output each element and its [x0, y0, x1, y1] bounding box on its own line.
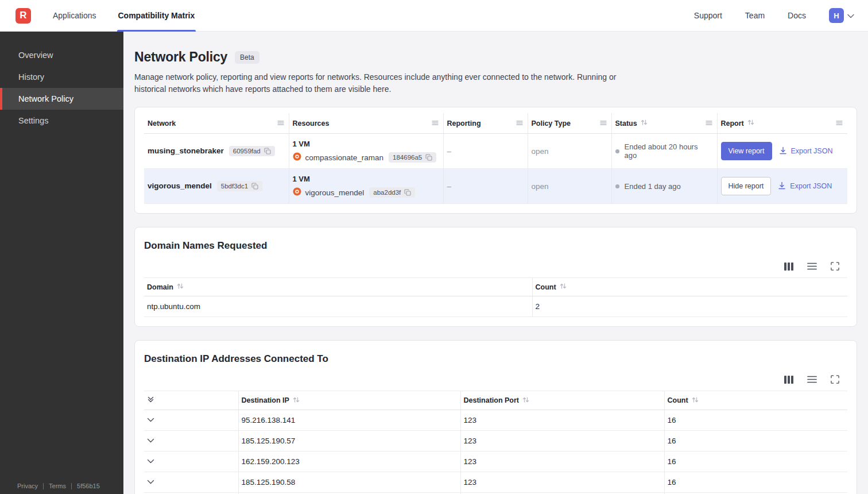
nav-applications[interactable]: Applications — [53, 0, 96, 32]
divider — [71, 483, 72, 489]
column-header-count[interactable]: Count — [664, 391, 847, 410]
user-menu[interactable]: H — [829, 8, 854, 23]
destinations-table: Destination IP Destination Port Count 95… — [144, 391, 847, 494]
count-cell: 16 — [664, 472, 847, 493]
beta-badge: Beta — [235, 51, 259, 64]
column-header-network[interactable]: Network — [144, 113, 289, 134]
destination-ip-cell: 162.159.200.123 — [238, 451, 460, 472]
domains-table: Domain Count ntp.ubuntu.com 2 — [144, 277, 847, 317]
destination-port-cell: 123 — [460, 451, 664, 472]
resource-count: 1 VM — [293, 140, 439, 148]
column-header-destination-port[interactable]: Destination Port — [460, 391, 664, 410]
nav-docs[interactable]: Docs — [788, 11, 806, 20]
double-chevron-down-icon[interactable] — [147, 396, 154, 403]
destination-ip-cell: 95.216.138.141 — [238, 410, 460, 431]
nav-compatibility-matrix[interactable]: Compatibility Matrix — [118, 0, 195, 32]
expand-all-header[interactable] — [144, 391, 238, 410]
sidebar-item-history[interactable]: History — [0, 66, 123, 88]
terms-link[interactable]: Terms — [49, 483, 66, 489]
container-icon — [293, 187, 301, 198]
destination-ip-cell: 185.125.190.57 — [238, 431, 460, 451]
column-header-policy-type[interactable]: Policy Type — [528, 113, 611, 134]
column-header-reporting[interactable]: Reporting — [443, 113, 528, 134]
destination-row: 162.159.200.123 123 16 — [144, 451, 847, 472]
view-report-button[interactable]: View report — [721, 142, 772, 160]
expand-icon[interactable] — [831, 262, 839, 271]
row-expander-chevron-icon[interactable] — [147, 480, 154, 485]
menu-icon[interactable] — [836, 119, 843, 128]
nav-team[interactable]: Team — [745, 11, 765, 20]
report-cell: View report Export JSON — [717, 134, 847, 169]
divider — [43, 483, 44, 489]
column-header-count[interactable]: Count — [532, 278, 847, 296]
chevron-down-icon — [847, 10, 854, 21]
row-expander-chevron-icon[interactable] — [147, 418, 154, 423]
network-row: musing_stonebraker60959fad 1 VM compassi… — [144, 134, 847, 169]
destination-port-cell: 123 — [460, 410, 664, 431]
page-title: Network Policy — [134, 49, 227, 65]
avatar[interactable]: H — [829, 8, 844, 23]
sort-arrows-icon[interactable] — [641, 119, 648, 128]
network-id-badge: 60959fad — [229, 146, 275, 156]
sidebar-item-overview[interactable]: Overview — [0, 44, 123, 66]
app-logo[interactable]: R — [16, 8, 31, 24]
nav-support[interactable]: Support — [694, 11, 722, 20]
destination-row: 185.125.190.57 123 16 — [144, 431, 847, 451]
columns-icon[interactable] — [784, 263, 793, 271]
column-header-destination-ip[interactable]: Destination IP — [238, 391, 460, 410]
hide-report-button[interactable]: Hide report — [721, 177, 772, 195]
network-id-badge: 5bdf3dc1 — [217, 181, 262, 191]
networks-table: Network Resources Reporting Policy Type … — [144, 113, 847, 204]
destination-port-cell: 123 — [460, 431, 664, 451]
expand-icon[interactable] — [831, 375, 839, 384]
reporting-cell: – — [443, 134, 528, 169]
export-json-button[interactable]: Export JSON — [778, 182, 832, 191]
copy-icon[interactable] — [251, 183, 258, 190]
column-header-status[interactable]: Status — [611, 113, 717, 134]
menu-icon[interactable] — [516, 119, 523, 128]
column-header-report[interactable]: Report — [717, 113, 847, 134]
destination-row: 185.125.190.58 123 16 — [144, 472, 847, 493]
copy-icon[interactable] — [404, 189, 411, 196]
report-cell: Hide report Export JSON — [717, 169, 847, 204]
count-cell: 16 — [664, 451, 847, 472]
container-icon — [293, 152, 301, 163]
column-header-domain[interactable]: Domain — [144, 278, 532, 296]
sidebar-item-network-policy[interactable]: Network Policy — [0, 88, 123, 110]
navbar-right: Support Team Docs H — [694, 8, 868, 23]
menu-icon[interactable] — [432, 119, 439, 128]
sort-arrows-icon[interactable] — [747, 119, 754, 128]
page-description: Manage network policy, reporting and vie… — [134, 71, 642, 95]
policy-type-cell: open — [528, 169, 611, 204]
domains-card: Domain Names Requested Domain Count ntp.… — [134, 227, 857, 327]
columns-icon[interactable] — [784, 376, 793, 384]
sort-arrows-icon[interactable] — [293, 396, 300, 405]
main-content: Network Policy Beta Manage network polic… — [123, 32, 868, 494]
copy-icon[interactable] — [425, 154, 432, 161]
row-expander-chevron-icon[interactable] — [147, 438, 154, 443]
privacy-link[interactable]: Privacy — [17, 483, 38, 489]
sort-arrows-icon[interactable] — [560, 283, 567, 291]
copy-icon[interactable] — [264, 148, 271, 155]
top-navbar: R Applications Compatibility Matrix Supp… — [0, 0, 868, 32]
list-icon[interactable] — [807, 376, 817, 383]
menu-icon[interactable] — [706, 119, 712, 128]
menu-icon[interactable] — [277, 119, 284, 128]
sort-arrows-icon[interactable] — [177, 283, 184, 291]
destinations-card: Destination IP Addresses Connected To De… — [134, 340, 857, 494]
resource-name: compassionate_raman — [305, 153, 384, 162]
sidebar-item-settings[interactable]: Settings — [0, 110, 123, 132]
menu-icon[interactable] — [600, 119, 607, 128]
list-icon[interactable] — [807, 263, 817, 270]
export-json-button[interactable]: Export JSON — [779, 146, 833, 156]
count-cell: 16 — [664, 410, 847, 431]
row-expander-chevron-icon[interactable] — [147, 459, 154, 464]
column-header-resources[interactable]: Resources — [289, 113, 443, 134]
network-name: vigorous_mendel — [148, 182, 212, 190]
destinations-card-title: Destination IP Addresses Connected To — [144, 353, 847, 365]
sort-arrows-icon[interactable] — [692, 396, 699, 405]
sidebar-footer: Privacy Terms 5f56b15 — [17, 483, 100, 489]
build-version: 5f56b15 — [77, 483, 100, 489]
resource-id-badge: aba2dd3f — [369, 187, 415, 198]
sort-arrows-icon[interactable] — [522, 396, 529, 405]
